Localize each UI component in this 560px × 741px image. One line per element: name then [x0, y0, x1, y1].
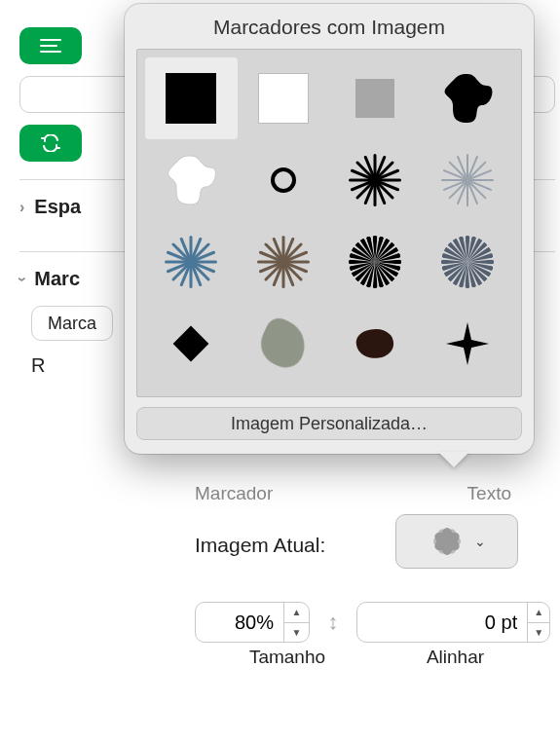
- align-input[interactable]: [357, 611, 527, 634]
- align-step-down[interactable]: ▼: [528, 623, 549, 643]
- bullet-option[interactable]: [329, 303, 422, 385]
- bullet-option[interactable]: [422, 139, 514, 221]
- chevron-down-icon: ›: [14, 277, 31, 281]
- bullet-option[interactable]: [329, 139, 422, 221]
- size-label: Tamanho: [205, 647, 370, 668]
- refresh-icon: [37, 134, 64, 152]
- spacing-label: Espa: [34, 196, 81, 218]
- bullet-option[interactable]: [422, 57, 514, 139]
- chevron-down-icon: ⌄: [474, 534, 486, 549]
- custom-image-button[interactable]: Imagem Personalizada…: [136, 407, 522, 440]
- bullet-option[interactable]: [238, 221, 330, 303]
- indent-labels: Marcador Texto: [195, 483, 550, 504]
- bullets-grid: [136, 49, 522, 397]
- starburst-black-icon: [349, 154, 401, 206]
- sunrays-slate-icon: [441, 236, 494, 288]
- starburst-brown-icon: [257, 236, 310, 288]
- align-label: Alinhar: [370, 647, 541, 668]
- style-button-1[interactable]: [19, 27, 82, 64]
- size-step-up[interactable]: ▲: [284, 603, 309, 623]
- bullet-option[interactable]: [422, 303, 514, 385]
- bullet-option[interactable]: [145, 139, 238, 221]
- current-image-label: Imagem Atual:: [195, 534, 325, 557]
- scribble-icon: [253, 314, 313, 373]
- chevron-right-icon: ›: [19, 199, 24, 216]
- text-label: Texto: [467, 483, 511, 504]
- starburst-gray-icon: [441, 154, 494, 206]
- quatrefoil-white-icon: [165, 154, 217, 206]
- black-square-icon: [166, 73, 216, 124]
- bullet-option[interactable]: [145, 303, 238, 385]
- align-stepper[interactable]: ▲ ▼: [356, 602, 550, 643]
- diamond-black-icon: [173, 326, 209, 362]
- image-bullets-popover: Marcadores com Imagem Imagem Personaliza…: [125, 4, 534, 454]
- bullet-type-value: Marca: [48, 314, 96, 334]
- bullet-option[interactable]: [238, 139, 330, 221]
- bullet-type-select[interactable]: Marca: [31, 306, 113, 341]
- bullet-option[interactable]: [238, 303, 330, 385]
- bullet-option[interactable]: [238, 57, 330, 139]
- marker-label: Marcador: [195, 483, 273, 504]
- bullet-option[interactable]: [145, 57, 238, 139]
- bullet-option[interactable]: [329, 221, 422, 303]
- size-input[interactable]: [196, 611, 283, 634]
- quatrefoil-black-icon: [441, 72, 494, 125]
- white-square-icon: [258, 73, 309, 124]
- bullet-option[interactable]: [145, 385, 238, 397]
- bullet-option[interactable]: [329, 57, 422, 139]
- bullets-label: Marc: [34, 268, 80, 290]
- current-bullet-preview-icon: [428, 522, 467, 561]
- size-stepper[interactable]: ▲ ▼: [195, 602, 310, 643]
- bullet-option[interactable]: [422, 221, 514, 303]
- size-step-down[interactable]: ▼: [284, 623, 309, 643]
- align-step-up[interactable]: ▲: [528, 603, 549, 623]
- current-image-swatch[interactable]: ⌄: [395, 514, 518, 569]
- popover-title: Marcadores com Imagem: [125, 4, 534, 49]
- custom-image-label: Imagem Personalizada…: [231, 414, 428, 434]
- bullet-option[interactable]: [145, 221, 238, 303]
- paragraph-icon: [37, 37, 64, 55]
- circle-outline-icon: [271, 167, 296, 193]
- align-lock-icon[interactable]: ↕: [323, 610, 343, 635]
- sunrays-black-icon: [349, 236, 401, 288]
- gray-square-icon: [355, 79, 394, 118]
- sparkle-icon: [441, 317, 494, 370]
- update-style-button[interactable]: [19, 125, 82, 162]
- starburst-blue-icon: [165, 236, 217, 288]
- blob-brown-icon: [355, 327, 395, 361]
